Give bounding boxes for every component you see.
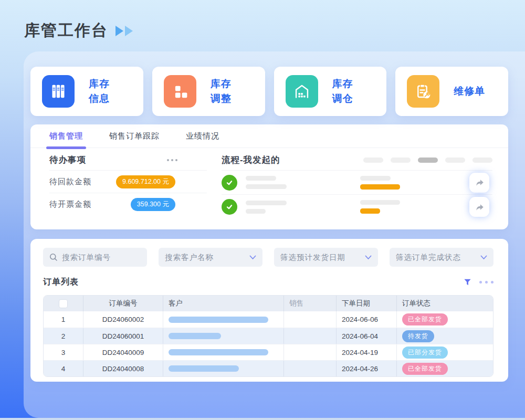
process-section: 流程-我发起的 bbox=[222, 148, 492, 219]
row-index: 2 bbox=[44, 328, 83, 344]
card-label: 调仓 bbox=[332, 91, 353, 106]
order-no: DD24060002 bbox=[83, 311, 163, 328]
select-label: 筛选预计发货日期 bbox=[280, 253, 365, 262]
column-header: 下单日期 bbox=[337, 296, 397, 311]
search-order-input[interactable] bbox=[62, 253, 141, 261]
more-icon[interactable] bbox=[167, 159, 177, 161]
todo-row-receivable: 待回款金额 9.609.712.00 元 bbox=[49, 171, 207, 193]
ship-date-select[interactable]: 筛选预计发货日期 bbox=[274, 248, 378, 267]
customer-skeleton-bar bbox=[169, 333, 221, 339]
order-status-select[interactable]: 筛选订单完成状态 bbox=[390, 248, 494, 267]
inventory-adjust-blocks-icon bbox=[164, 75, 196, 108]
more-icon[interactable] bbox=[479, 281, 494, 284]
status-badge: 已部分发货 bbox=[402, 346, 448, 359]
select-label: 搜索客户名称 bbox=[165, 253, 249, 262]
card-inventory-info[interactable]: 库存信息 bbox=[30, 67, 143, 116]
row-index: 1 bbox=[44, 311, 83, 328]
tab-performance[interactable]: 业绩情况 bbox=[186, 124, 219, 148]
card-inventory-adjust[interactable]: 库存调整 bbox=[152, 67, 265, 116]
sales-panel: 销售管理 销售订单跟踪 业绩情况 待办事项 待回款金额 9.609.712.00… bbox=[30, 124, 508, 229]
status-badge: 已全部发货 bbox=[402, 363, 448, 375]
orders-list-title: 订单列表 bbox=[43, 277, 79, 288]
order-date: 2024-04-19 bbox=[337, 344, 397, 360]
card-repair-order[interactable]: 维修单 bbox=[395, 67, 508, 116]
orders-table: 订单编号 客户 销售 下单日期 订单状态 1 DD24060002 2024-0… bbox=[43, 295, 494, 377]
repair-clipboard-icon bbox=[407, 75, 439, 108]
card-label: 库存 bbox=[89, 77, 110, 91]
order-date: 2024-06-06 bbox=[337, 311, 397, 328]
tab-sales-order-tracking[interactable]: 销售订单跟踪 bbox=[109, 124, 160, 148]
skeleton-progress-bars bbox=[360, 176, 402, 190]
process-row bbox=[222, 171, 492, 195]
orders-panel: 搜索客户名称 筛选预计发货日期 筛选订单完成状态 订单列表 bbox=[30, 239, 508, 382]
double-arrow-icon bbox=[116, 26, 133, 36]
order-no: DD24040008 bbox=[83, 361, 163, 376]
status-badge: 已全部发货 bbox=[402, 313, 448, 326]
customer-skeleton-bar bbox=[169, 365, 239, 372]
order-date: 2024-06-04 bbox=[337, 328, 397, 344]
process-row bbox=[222, 195, 492, 219]
sales-cell bbox=[284, 328, 337, 344]
todo-section: 待办事项 待回款金额 9.609.712.00 元 待开票金额 359.300 … bbox=[49, 148, 207, 219]
table-row[interactable]: 2 DD24060001 2024-06-04 待发货 bbox=[44, 328, 493, 344]
select-all-checkbox[interactable] bbox=[59, 299, 68, 308]
table-header-row: 订单编号 客户 销售 下单日期 订单状态 bbox=[44, 296, 493, 311]
table-row[interactable]: 1 DD24060002 2024-06-06 已全部发货 bbox=[44, 311, 493, 328]
todo-label: 待开票金额 bbox=[49, 200, 91, 209]
customer-skeleton-bar bbox=[169, 349, 268, 355]
order-search-box[interactable] bbox=[43, 248, 147, 267]
tab-sales-management[interactable]: 销售管理 bbox=[49, 124, 83, 148]
card-label: 维修单 bbox=[454, 84, 485, 99]
card-inventory-transfer[interactable]: 库存调仓 bbox=[274, 67, 387, 116]
filter-funnel-icon[interactable] bbox=[463, 278, 472, 287]
filters-row: 搜索客户名称 筛选预计发货日期 筛选订单完成状态 bbox=[43, 248, 494, 267]
sales-cell bbox=[284, 344, 337, 360]
column-header: 销售 bbox=[284, 296, 337, 311]
order-date: 2024-04-26 bbox=[337, 361, 397, 376]
skeleton-pills bbox=[363, 158, 492, 163]
amount-badge: 359.300 元 bbox=[131, 198, 175, 211]
table-row[interactable]: 4 DD24040008 2024-04-26 已全部发货 bbox=[44, 360, 493, 376]
quick-cards-row: 库存信息 库存调整 bbox=[30, 67, 508, 116]
card-label: 信息 bbox=[89, 91, 110, 106]
amount-badge: 9.609.712.00 元 bbox=[116, 175, 175, 188]
chevron-down-icon bbox=[249, 255, 256, 260]
check-circle-icon bbox=[222, 175, 237, 191]
card-label: 调整 bbox=[211, 91, 232, 106]
skeleton-text-bars bbox=[246, 201, 309, 214]
sales-cell bbox=[284, 361, 337, 376]
search-icon bbox=[49, 253, 58, 261]
table-row[interactable]: 3 DD24040009 2024-04-19 已部分发货 bbox=[44, 344, 493, 360]
tab-bar: 销售管理 销售订单跟踪 业绩情况 bbox=[30, 124, 508, 148]
page-header: 库管工作台 bbox=[24, 20, 133, 41]
sales-cell bbox=[284, 311, 337, 328]
customer-skeleton-bar bbox=[169, 317, 268, 323]
todo-row-invoice: 待开票金额 359.300 元 bbox=[49, 193, 207, 216]
chevron-down-icon bbox=[365, 255, 372, 260]
footer-strip bbox=[0, 418, 525, 420]
column-header: 订单编号 bbox=[83, 296, 163, 311]
card-label: 库存 bbox=[332, 77, 353, 91]
todo-label: 待回款金额 bbox=[49, 177, 91, 187]
card-label: 库存 bbox=[211, 77, 232, 91]
order-no: DD24060001 bbox=[83, 328, 163, 344]
inventory-books-icon bbox=[42, 75, 75, 108]
todo-title: 待办事项 bbox=[49, 154, 86, 166]
column-header: 订单状态 bbox=[397, 296, 493, 311]
chevron-down-icon bbox=[480, 255, 487, 260]
row-index: 4 bbox=[44, 361, 83, 376]
customer-select[interactable]: 搜索客户名称 bbox=[159, 248, 262, 267]
status-badge: 待发货 bbox=[402, 330, 434, 342]
page-title: 库管工作台 bbox=[24, 20, 108, 41]
skeleton-progress-bars bbox=[360, 200, 402, 214]
share-button[interactable] bbox=[469, 173, 489, 193]
order-no: DD24040009 bbox=[83, 344, 163, 360]
share-button[interactable] bbox=[469, 197, 489, 217]
select-label: 筛选订单完成状态 bbox=[396, 253, 480, 262]
skeleton-text-bars bbox=[246, 176, 309, 189]
column-header: 客户 bbox=[163, 296, 284, 311]
check-circle-icon bbox=[222, 199, 237, 215]
row-index: 3 bbox=[44, 344, 83, 360]
warehouse-transfer-icon bbox=[286, 75, 318, 108]
process-title: 流程-我发起的 bbox=[222, 154, 280, 166]
